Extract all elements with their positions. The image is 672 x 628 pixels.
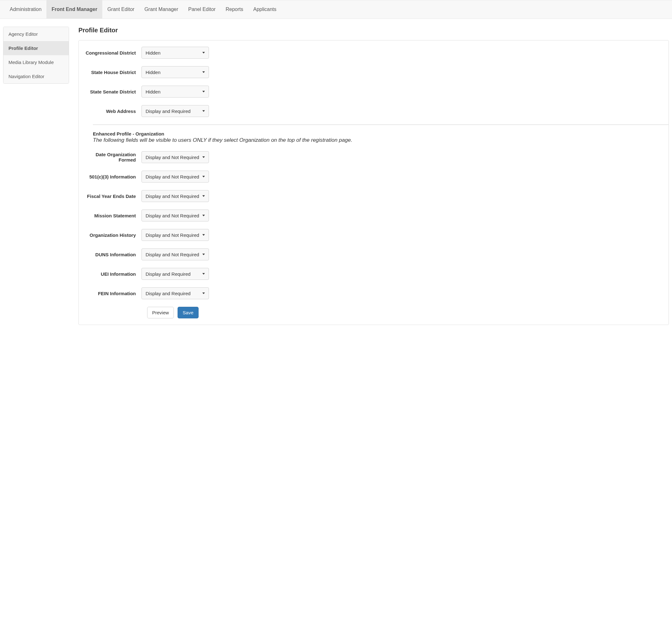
nav-grant-editor[interactable]: Grant Editor (102, 0, 139, 19)
caret-down-icon (202, 273, 205, 275)
caret-down-icon (202, 215, 205, 216)
select-value: Display and Required (146, 271, 190, 277)
section-divider (93, 124, 669, 125)
caret-down-icon (202, 176, 205, 177)
label-501c3-information: 501(c)(3) Information (85, 174, 142, 179)
section-title: Enhanced Profile - Organization (93, 131, 662, 137)
select-state-senate-district[interactable]: Hidden (142, 86, 209, 98)
label-date-organization-formed: Date Organization Formed (85, 152, 142, 163)
select-value: Display and Not Required (146, 213, 199, 218)
sidebar-item-navigation-editor[interactable]: Navigation Editor (3, 69, 69, 83)
select-uei-information[interactable]: Display and Required (142, 268, 209, 280)
select-mission-statement[interactable]: Display and Not Required (142, 210, 209, 221)
select-duns-information[interactable]: Display and Not Required (142, 248, 209, 260)
label-fiscal-year-ends-date: Fiscal Year Ends Date (85, 194, 142, 199)
label-organization-history: Organization History (85, 233, 142, 238)
caret-down-icon (202, 195, 205, 197)
select-value: Hidden (146, 70, 161, 75)
select-congressional-district[interactable]: Hidden (142, 47, 209, 59)
nav-grant-manager[interactable]: Grant Manager (139, 0, 183, 19)
top-nav: Administration Front End Manager Grant E… (0, 0, 672, 19)
nav-applicants[interactable]: Applicants (248, 0, 282, 19)
label-congressional-district: Congressional District (85, 50, 142, 55)
select-value: Display and Not Required (146, 155, 199, 160)
caret-down-icon (202, 234, 205, 236)
nav-administration[interactable]: Administration (5, 0, 46, 19)
nav-reports[interactable]: Reports (220, 0, 248, 19)
main-content: Profile Editor Congressional District Hi… (78, 27, 669, 325)
select-value: Display and Not Required (146, 194, 199, 199)
select-value: Display and Not Required (146, 252, 199, 257)
caret-down-icon (202, 52, 205, 54)
nav-front-end-manager[interactable]: Front End Manager (46, 0, 102, 19)
section-header: Enhanced Profile - Organization The foll… (79, 131, 669, 143)
caret-down-icon (202, 293, 205, 294)
sidebar-item-profile-editor[interactable]: Profile Editor (3, 41, 69, 55)
select-501c3-information[interactable]: Display and Not Required (142, 171, 209, 183)
caret-down-icon (202, 254, 205, 255)
preview-button[interactable]: Preview (147, 307, 174, 318)
sidebar: Agency Editor Profile Editor Media Libra… (3, 27, 69, 325)
nav-panel-editor[interactable]: Panel Editor (183, 0, 220, 19)
select-value: Display and Not Required (146, 174, 199, 179)
select-value: Display and Required (146, 108, 190, 114)
select-value: Display and Required (146, 291, 190, 296)
select-state-house-district[interactable]: Hidden (142, 66, 209, 78)
sidebar-item-agency-editor[interactable]: Agency Editor (3, 27, 69, 41)
label-fein-information: FEIN Information (85, 291, 142, 296)
section-description: The following fields will be visible to … (93, 137, 662, 143)
select-value: Hidden (146, 89, 161, 94)
save-button[interactable]: Save (177, 307, 198, 318)
label-mission-statement: Mission Statement (85, 213, 142, 218)
label-state-house-district: State House District (85, 70, 142, 75)
select-fiscal-year-ends-date[interactable]: Display and Not Required (142, 190, 209, 202)
label-uei-information: UEI Information (85, 271, 142, 277)
label-duns-information: DUNS Information (85, 252, 142, 257)
page-title: Profile Editor (78, 27, 669, 34)
select-organization-history[interactable]: Display and Not Required (142, 229, 209, 241)
sidebar-item-media-library-module[interactable]: Media Library Module (3, 55, 69, 69)
label-state-senate-district: State Senate District (85, 89, 142, 94)
select-fein-information[interactable]: Display and Required (142, 287, 209, 299)
caret-down-icon (202, 72, 205, 73)
caret-down-icon (202, 91, 205, 93)
select-value: Display and Not Required (146, 233, 199, 238)
select-web-address[interactable]: Display and Required (142, 105, 209, 117)
caret-down-icon (202, 156, 205, 158)
select-value: Hidden (146, 50, 161, 55)
label-web-address: Web Address (85, 108, 142, 114)
caret-down-icon (202, 111, 205, 112)
profile-editor-panel: Congressional District Hidden State Hous… (78, 40, 669, 325)
select-date-organization-formed[interactable]: Display and Not Required (142, 151, 209, 163)
